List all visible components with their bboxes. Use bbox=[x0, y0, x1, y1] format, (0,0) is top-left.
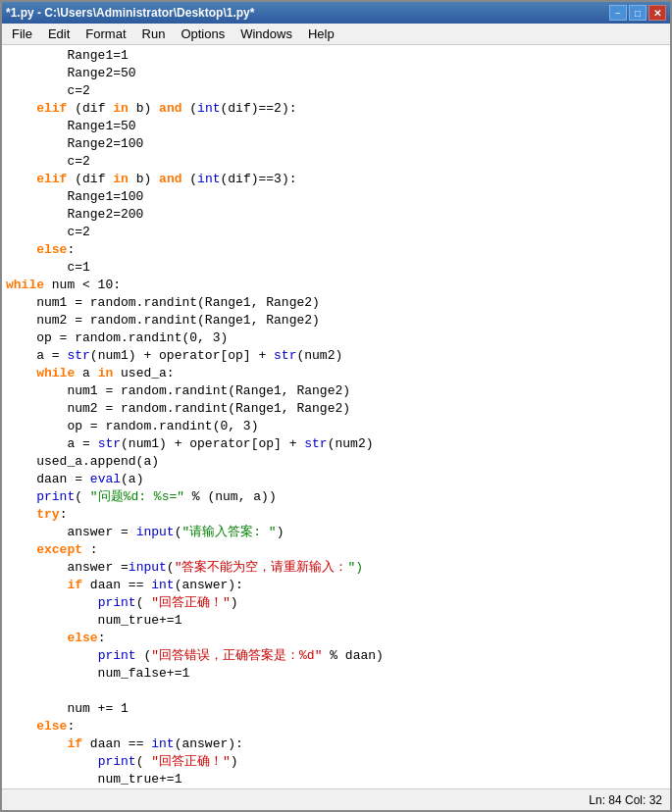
code-line: num_false+=1 bbox=[6, 665, 666, 683]
code-line: elif (dif in b) and (int(dif)==3): bbox=[6, 171, 666, 188]
code-line: Range1=100 bbox=[6, 188, 666, 206]
code-line: print ("回答错误，正确答案是：%d" % daan) bbox=[6, 647, 666, 665]
code-line: Range2=200 bbox=[6, 206, 666, 224]
code-line: a = str(num1) + operator[op] + str(num2) bbox=[6, 347, 666, 365]
code-line: Range2=50 bbox=[6, 65, 666, 82]
code-editor[interactable]: Range1=1 Range2=50 c=2 elif (dif in b) a… bbox=[2, 45, 670, 788]
window-title: *1.py - C:\Users\Administrator\Desktop\1… bbox=[6, 6, 254, 20]
code-line: Range1=50 bbox=[6, 118, 666, 135]
close-button[interactable]: ✕ bbox=[648, 5, 666, 21]
code-line: num_true+=1 bbox=[6, 612, 666, 630]
menu-options[interactable]: Options bbox=[173, 25, 233, 43]
code-line: while a in used_a: bbox=[6, 365, 666, 382]
code-line: print( "回答正确！") bbox=[6, 594, 666, 612]
minimize-button[interactable]: − bbox=[609, 5, 627, 21]
code-line: c=2 bbox=[6, 224, 666, 241]
code-line: num += 1 bbox=[6, 700, 666, 718]
menu-help[interactable]: Help bbox=[300, 25, 342, 43]
code-line: print( "回答正确！") bbox=[6, 753, 666, 771]
cursor-position: Ln: 84 Col: 32 bbox=[589, 793, 662, 807]
code-line: num2 = random.randint(Range1, Range2) bbox=[6, 400, 666, 418]
code-line: c=2 bbox=[6, 153, 666, 171]
maximize-button[interactable]: □ bbox=[629, 5, 646, 21]
menu-file[interactable]: File bbox=[4, 25, 40, 43]
code-line: a = str(num1) + operator[op] + str(num2) bbox=[6, 435, 666, 453]
code-line: num1 = random.randint(Range1, Range2) bbox=[6, 382, 666, 400]
main-window: *1.py - C:\Users\Administrator\Desktop\1… bbox=[0, 0, 672, 812]
code-line: if daan == int(answer): bbox=[6, 736, 666, 753]
code-line: op = random.randint(0, 3) bbox=[6, 330, 666, 347]
code-line: while num < 10: bbox=[6, 277, 666, 294]
menu-format[interactable]: Format bbox=[78, 25, 133, 43]
code-line: if daan == int(answer): bbox=[6, 577, 666, 594]
code-line: else: bbox=[6, 630, 666, 647]
code-line: op = random.randint(0, 3) bbox=[6, 418, 666, 435]
code-line: else: bbox=[6, 241, 666, 259]
code-line: c=2 bbox=[6, 82, 666, 100]
code-line: print( "问题%d: %s=" % (num, a)) bbox=[6, 488, 666, 506]
code-line: c=1 bbox=[6, 259, 666, 277]
code-line: try: bbox=[6, 506, 666, 524]
code-line: num1 = random.randint(Range1, Range2) bbox=[6, 294, 666, 312]
editor-container: Range1=1 Range2=50 c=2 elif (dif in b) a… bbox=[2, 45, 670, 788]
code-line: else: bbox=[6, 718, 666, 736]
code-line: used_a.append(a) bbox=[6, 453, 666, 471]
menu-windows[interactable]: Windows bbox=[233, 25, 300, 43]
code-line: daan = eval(a) bbox=[6, 471, 666, 488]
code-line: Range2=100 bbox=[6, 135, 666, 153]
code-line: except : bbox=[6, 541, 666, 559]
code-line: num2 = random.randint(Range1, Range2) bbox=[6, 312, 666, 330]
menu-edit[interactable]: Edit bbox=[40, 25, 78, 43]
code-line bbox=[6, 683, 666, 700]
code-line: elif (dif in b) and (int(dif)==2): bbox=[6, 100, 666, 118]
menu-run[interactable]: Run bbox=[134, 25, 174, 43]
code-line: answer =input("答案不能为空，请重新输入：") bbox=[6, 559, 666, 577]
menu-bar: File Edit Format Run Options Windows Hel… bbox=[2, 24, 670, 45]
code-line: num_true+=1 bbox=[6, 771, 666, 788]
status-bar: Ln: 84 Col: 32 bbox=[2, 788, 670, 810]
code-line: Range1=1 bbox=[6, 47, 666, 65]
title-bar: *1.py - C:\Users\Administrator\Desktop\1… bbox=[2, 2, 670, 24]
code-line: answer = input("请输入答案: ") bbox=[6, 524, 666, 541]
window-controls: − □ ✕ bbox=[609, 5, 666, 21]
